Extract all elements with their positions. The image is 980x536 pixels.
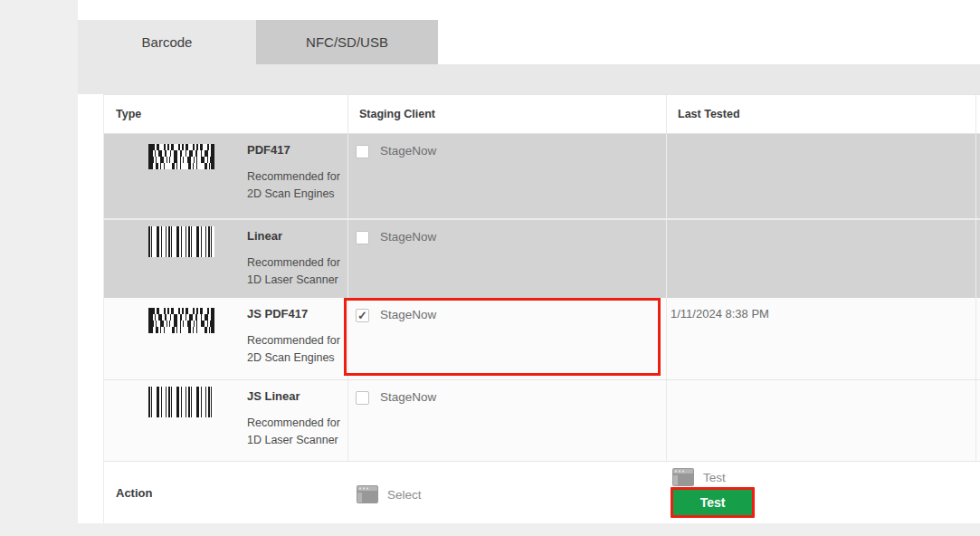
last-tested-cell xyxy=(667,134,976,218)
staging-client-cell: StageNow xyxy=(348,134,667,218)
last-tested-cell xyxy=(667,220,976,298)
stagenow-checkbox[interactable] xyxy=(356,309,369,322)
test-action-label: Test xyxy=(703,471,726,484)
barcode-type-description: Recommended for 1D Laser Scanner xyxy=(247,254,341,288)
overflow-cell xyxy=(976,462,980,523)
barcode-table: Type Staging Client Last Tested PDF417 R… xyxy=(103,94,980,523)
test-button[interactable]: Test xyxy=(671,487,755,518)
table-header-row: Type Staging Client Last Tested xyxy=(104,94,980,134)
table-row-js-linear: JS Linear Recommended for 1D Laser Scann… xyxy=(104,379,980,461)
last-tested-cell xyxy=(667,380,976,461)
overflow-cell xyxy=(976,220,980,298)
type-cell: Linear Recommended for 1D Laser Scanner xyxy=(104,220,348,298)
column-header-type: Type xyxy=(104,95,348,133)
staging-client-cell: StageNow xyxy=(348,220,667,298)
staging-client-screen: Barcode NFC/SD/USB Type Staging Client L… xyxy=(0,0,980,536)
action-select-cell: Select xyxy=(348,462,667,523)
type-cell: PDF417 Recommended for 2D Scan Engines xyxy=(104,134,348,218)
stagenow-checkbox[interactable] xyxy=(356,231,369,244)
type-cell: JS Linear Recommended for 1D Laser Scann… xyxy=(104,380,348,461)
barcode-type-name: JS PDF417 xyxy=(247,307,341,321)
stagenow-checkbox-label: StageNow xyxy=(380,308,436,321)
barcode-type-description: Recommended for 2D Scan Engines xyxy=(247,332,341,366)
overflow-cell xyxy=(976,298,980,379)
barcode-type-name: JS Linear xyxy=(247,389,341,403)
test-action[interactable]: Test xyxy=(672,468,726,486)
staging-client-cell: StageNow xyxy=(348,298,667,379)
stagenow-checkbox[interactable] xyxy=(356,391,369,405)
table-row-linear: Linear Recommended for 1D Laser Scanner … xyxy=(104,218,980,298)
tab-nfc-sd-usb[interactable]: NFC/SD/USB xyxy=(256,20,438,64)
tab-barcode-label: Barcode xyxy=(142,34,193,50)
barcode-type-description: Recommended for 1D Laser Scanner xyxy=(247,415,341,448)
stagenow-checkbox-label: StageNow xyxy=(380,144,436,158)
column-header-overflow xyxy=(976,95,980,133)
app-window-icon xyxy=(357,485,378,503)
pdf417-2d-barcode-icon xyxy=(148,144,214,169)
linear-1d-barcode-icon xyxy=(148,226,214,257)
action-row: Action Select Test Test xyxy=(104,461,980,523)
table-row-pdf417: PDF417 Recommended for 2D Scan Engines S… xyxy=(104,134,980,218)
content-panel: Barcode NFC/SD/USB Type Staging Client L… xyxy=(78,0,980,523)
overflow-cell xyxy=(976,380,980,461)
tab-strip-band xyxy=(78,64,980,94)
last-tested-cell: 1/11/2024 8:38 PM xyxy=(667,298,976,379)
stagenow-checkbox-label: StageNow xyxy=(380,230,436,244)
stagenow-checkbox[interactable] xyxy=(356,145,369,158)
linear-1d-barcode-icon xyxy=(148,387,214,417)
stagenow-checkbox-label: StageNow xyxy=(380,390,436,404)
overflow-cell xyxy=(976,134,980,218)
select-action[interactable]: Select xyxy=(357,485,422,503)
action-row-label: Action xyxy=(104,462,348,523)
action-test-cell: Test Test xyxy=(667,462,976,523)
column-header-staging-client: Staging Client xyxy=(348,95,667,133)
staging-client-cell: StageNow xyxy=(348,380,667,461)
barcode-type-name: Linear xyxy=(247,229,341,243)
tab-nfc-sd-usb-label: NFC/SD/USB xyxy=(306,34,388,50)
barcode-type-description: Recommended for 2D Scan Engines xyxy=(247,168,341,202)
type-cell: JS PDF417 Recommended for 2D Scan Engine… xyxy=(104,298,348,379)
select-action-label: Select xyxy=(387,488,422,502)
app-window-icon xyxy=(672,468,694,486)
column-header-last-tested: Last Tested xyxy=(667,95,976,133)
tab-barcode[interactable]: Barcode xyxy=(78,20,256,64)
barcode-type-name: PDF417 xyxy=(247,143,341,157)
table-row-js-pdf417: JS PDF417 Recommended for 2D Scan Engine… xyxy=(104,298,980,379)
pdf417-2d-barcode-icon xyxy=(148,308,214,333)
